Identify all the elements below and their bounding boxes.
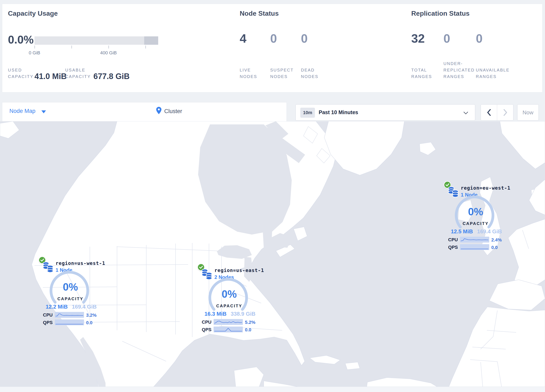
cpu-label: CPU [38,312,53,318]
time-prev-button[interactable] [481,105,497,120]
region-used-capacity: 16.3 MiB [197,311,227,317]
metric-value: 0 [270,31,277,45]
qps-sparkline [214,327,243,332]
qps-value: 0.0 [245,327,251,333]
cpu-label: CPU [443,237,458,243]
qps-label: QPS [443,245,458,250]
capacity-usage-bar [34,36,158,45]
metric-label: DEAD NODES [301,67,334,80]
time-nav-group [481,104,514,121]
capacity-usage-percent: 0.0% [8,33,34,46]
capacity-axis-tick [145,46,146,49]
cpu-sparkline [55,312,84,318]
capacity-bar-reserved-segment [144,36,158,45]
now-button[interactable]: Now [517,104,539,121]
metric-label: LIVE NODES [240,67,270,80]
metric-value: 0 [301,31,308,45]
replication-status-title: Replication Status [411,10,470,17]
qps-value: 0.0 [491,245,498,250]
metric-label: UNAVAILABLE RANGES [476,67,520,80]
cpu-sparkline [460,237,489,243]
node-map-page: Capacity Usage 0.0% 0 GiB400 GiB USED CA… [0,0,545,392]
metric-value: 0 [476,31,483,45]
breadcrumb-cluster[interactable]: Cluster [164,108,182,115]
metric-value: 32 [411,31,425,45]
capacity-usage-title: Capacity Usage [8,10,58,17]
region-total-capacity: 338.9 GiB [231,311,262,317]
capacity-axis-tick [34,46,35,49]
metric-value: 4 [240,31,246,45]
qps-sparkline [460,244,489,250]
chevron-left-icon [487,109,491,116]
qps-label: QPS [197,327,211,332]
footer-strip [0,387,545,392]
used-capacity-label: USED CAPACITY [8,67,35,80]
metric-value: 0 [443,31,450,45]
chevron-down-icon [41,110,46,113]
capacity-axis-tick-label: 0 GiB [29,50,40,56]
metric-label: UNDER- REPLICATED RANGES [443,60,475,80]
region-capacity-label: CAPACITY [443,221,508,226]
region-used-capacity: 12.2 MiB [38,304,68,310]
usable-capacity-value: 677.8 GiB [93,72,130,81]
region-label: region=us-west-1 [56,261,105,266]
metric-label: TOTAL RANGES [411,67,443,80]
location-pin-icon [156,107,162,115]
africa-landmass [449,307,545,387]
capacity-axis: 0 GiB400 GiB [34,46,158,56]
cpu-value: 5.2% [245,320,255,325]
usable-capacity-label: USABLE CAPACITY [65,67,94,80]
region-capacity-percent: 0% [443,206,508,218]
cpu-label: CPU [197,319,211,325]
cpu-value: 2.4% [491,237,502,243]
cpu-sparkline [214,319,243,325]
used-capacity-value: 41.0 MiB [34,72,67,81]
chevron-down-icon [463,112,468,114]
region-used-capacity: 12.5 MiB [443,228,473,235]
region-marker-eu-west-1[interactable]: region=eu-west-11 Node0%CAPACITY12.5 MiB… [443,171,508,254]
region-capacity-percent: 0% [197,288,262,300]
region-label: region=us-east-1 [214,268,264,273]
view-selector-dropdown[interactable]: Node Map [9,108,36,114]
region-capacity-percent: 0% [38,281,103,293]
qps-value: 0.0 [86,320,93,325]
region-label: region=eu-west-1 [461,185,511,191]
time-range-badge: 10m [300,108,315,118]
capacity-axis-tick-label: 400 GiB [100,50,117,56]
region-marker-us-east-1[interactable]: region=us-east-12 Nodes0%CAPACITY16.3 Mi… [197,254,262,336]
metric-label: SUSPECT NODES [270,67,302,80]
region-total-capacity: 169.4 GiB [72,304,103,310]
capacity-axis-tick [108,46,109,49]
time-range-dropdown[interactable]: 10m Past 10 Minutes [296,104,475,121]
region-capacity-label: CAPACITY [197,304,262,308]
world-map: region=us-west-11 Node0%CAPACITY12.2 MiB… [0,121,545,387]
capacity-axis-tick [71,46,72,49]
region-capacity-label: CAPACITY [38,296,103,301]
time-range-label: Past 10 Minutes [319,109,358,115]
qps-label: QPS [38,320,53,325]
node-status-title: Node Status [240,10,279,17]
chevron-right-icon [503,109,507,116]
region-total-capacity: 169.4 GiB [477,228,508,235]
qps-sparkline [55,319,84,325]
time-next-button[interactable] [497,105,513,120]
region-marker-us-west-1[interactable]: region=us-west-11 Node0%CAPACITY12.2 MiB… [38,247,103,329]
cpu-value: 3.2% [86,312,97,318]
